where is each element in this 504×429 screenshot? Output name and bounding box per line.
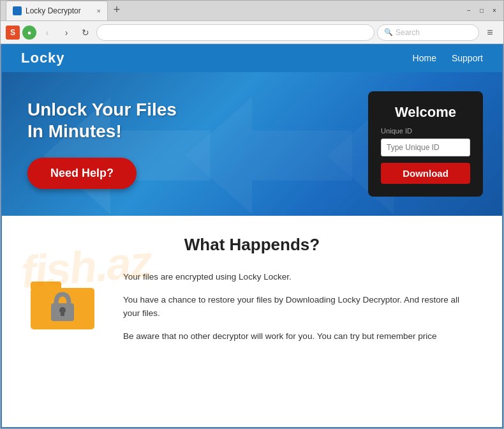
- nav-support-link[interactable]: Support: [452, 53, 483, 63]
- browser-menu-button[interactable]: ≡: [482, 24, 498, 41]
- welcome-title: Welcome: [381, 104, 470, 121]
- section-title: What Happends?: [27, 235, 477, 255]
- nav-bar: S ● ‹ › ↻ 🔍 Search ≡: [1, 21, 503, 44]
- hero-section: Unlock Your Files In Minutes! Need Help?…: [2, 72, 502, 216]
- reload-button[interactable]: ↻: [77, 24, 94, 41]
- paragraph-3: Be aware that no other decryptor will wo…: [123, 329, 477, 343]
- shield-icon: ●: [22, 26, 36, 40]
- search-icon: 🔍: [384, 28, 393, 36]
- nav-home-link[interactable]: Home: [413, 53, 436, 63]
- paragraph-2: You have a chance to restore your files …: [123, 293, 477, 320]
- need-help-button[interactable]: Need Help?: [27, 158, 137, 189]
- main-content: fish.az What Happends?: [2, 216, 502, 427]
- back-button[interactable]: ‹: [39, 24, 56, 41]
- tab-close-btn[interactable]: ×: [97, 7, 101, 15]
- svg-marker-1: [185, 97, 352, 214]
- address-bar[interactable]: [96, 24, 374, 41]
- folder-lock-svg: [27, 270, 98, 340]
- browser-tab[interactable]: Locky Decryptor ×: [6, 1, 108, 20]
- tab-favicon: [13, 6, 22, 15]
- close-button[interactable]: ×: [491, 7, 498, 15]
- search-bar[interactable]: 🔍 Search: [377, 24, 479, 41]
- paragraph-1: Your files are encrypted using Locky Loc…: [123, 270, 477, 284]
- tab-bar: Locky Decryptor × +: [6, 1, 126, 20]
- download-button[interactable]: Download: [381, 163, 470, 184]
- folder-lock-illustration: [27, 270, 104, 343]
- title-bar: Locky Decryptor × + − □ ×: [1, 1, 503, 21]
- svg-rect-7: [61, 311, 64, 316]
- restore-button[interactable]: □: [478, 7, 485, 15]
- website-content: Locky Home Support Unlock Your Files In …: [1, 44, 503, 428]
- welcome-card: Welcome Unique ID Download: [368, 91, 483, 197]
- search-placeholder: Search: [396, 28, 420, 37]
- hero-left: Unlock Your Files In Minutes! Need Help?: [27, 99, 177, 188]
- hero-title: Unlock Your Files In Minutes!: [27, 99, 177, 142]
- new-tab-button[interactable]: +: [108, 1, 126, 19]
- browser-window: Locky Decryptor × + − □ × S ● ‹ › ↻ 🔍 Se…: [0, 0, 504, 429]
- forward-button[interactable]: ›: [58, 24, 75, 41]
- content-text: Your files are encrypted using Locky Loc…: [123, 270, 477, 352]
- hero-title-line1: Unlock Your Files: [27, 100, 177, 119]
- s-extension-icon: S: [6, 26, 20, 40]
- site-navbar: Locky Home Support: [2, 44, 502, 72]
- hero-title-line2: In Minutes!: [27, 121, 122, 141]
- unique-id-input[interactable]: [381, 139, 470, 156]
- minimize-button[interactable]: −: [465, 7, 473, 15]
- site-nav-links: Home Support: [413, 53, 483, 63]
- tab-title: Locky Decryptor: [26, 6, 81, 15]
- unique-id-label: Unique ID: [381, 127, 470, 135]
- site-logo: Locky: [21, 50, 65, 66]
- window-controls: − □ ×: [465, 7, 498, 15]
- content-layout: Your files are encrypted using Locky Loc…: [27, 270, 477, 352]
